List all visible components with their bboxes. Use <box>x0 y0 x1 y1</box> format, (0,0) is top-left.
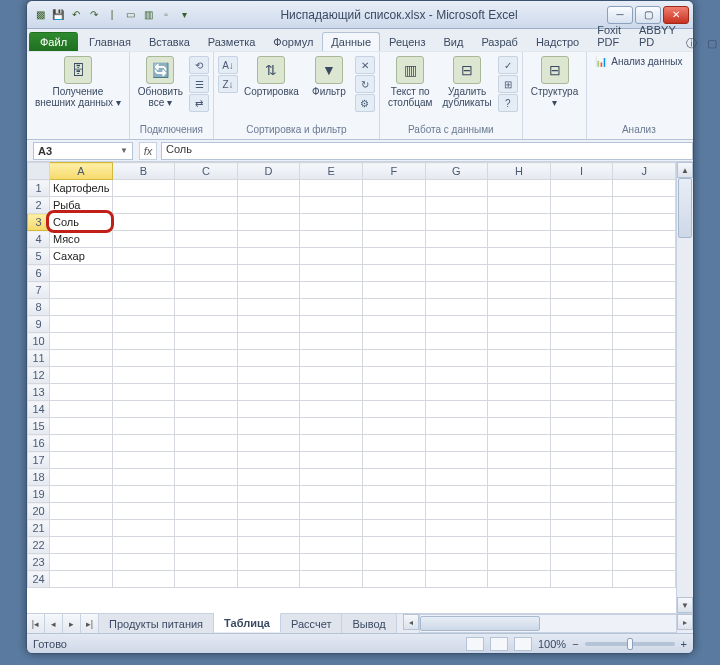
cell-F16[interactable] <box>362 435 425 452</box>
cell-F24[interactable] <box>362 571 425 588</box>
cell-E21[interactable] <box>300 520 363 537</box>
cell-I22[interactable] <box>550 537 613 554</box>
cell-H12[interactable] <box>488 367 551 384</box>
cell-C3[interactable] <box>175 214 238 231</box>
cell-H4[interactable] <box>488 231 551 248</box>
cell-D3[interactable] <box>237 214 300 231</box>
cell-J23[interactable] <box>613 554 676 571</box>
cell-B18[interactable] <box>112 469 175 486</box>
cell-F3[interactable] <box>362 214 425 231</box>
cell-I20[interactable] <box>550 503 613 520</box>
prev-sheet-button[interactable]: ◂ <box>45 614 63 633</box>
cell-A20[interactable] <box>50 503 113 520</box>
cell-A23[interactable] <box>50 554 113 571</box>
row-header-4[interactable]: 4 <box>28 231 50 248</box>
new-icon[interactable]: ▫ <box>159 8 173 22</box>
sort-button[interactable]: ⇅ Сортировка <box>240 54 303 99</box>
cell-C20[interactable] <box>175 503 238 520</box>
cell-G13[interactable] <box>425 384 488 401</box>
cell-G24[interactable] <box>425 571 488 588</box>
cell-B2[interactable] <box>112 197 175 214</box>
cell-I1[interactable] <box>550 180 613 197</box>
cell-B1[interactable] <box>112 180 175 197</box>
cell-A16[interactable] <box>50 435 113 452</box>
tab-abbyy[interactable]: ABBYY PD <box>630 20 685 51</box>
cell-F17[interactable] <box>362 452 425 469</box>
cell-C8[interactable] <box>175 299 238 316</box>
cell-A7[interactable] <box>50 282 113 299</box>
cell-G18[interactable] <box>425 469 488 486</box>
cell-A4[interactable]: Мясо <box>50 231 113 248</box>
cell-B14[interactable] <box>112 401 175 418</box>
cell-H7[interactable] <box>488 282 551 299</box>
cell-D23[interactable] <box>237 554 300 571</box>
cell-H17[interactable] <box>488 452 551 469</box>
sheet-tab-0[interactable]: Продукты питания <box>99 614 214 633</box>
col-header-I[interactable]: I <box>550 163 613 180</box>
cell-J12[interactable] <box>613 367 676 384</box>
cell-C5[interactable] <box>175 248 238 265</box>
cell-E6[interactable] <box>300 265 363 282</box>
cell-H13[interactable] <box>488 384 551 401</box>
validation-icon[interactable]: ✓ <box>498 56 518 74</box>
cell-C18[interactable] <box>175 469 238 486</box>
row-header-1[interactable]: 1 <box>28 180 50 197</box>
cell-B9[interactable] <box>112 316 175 333</box>
cell-G10[interactable] <box>425 333 488 350</box>
col-header-G[interactable]: G <box>425 163 488 180</box>
cell-D2[interactable] <box>237 197 300 214</box>
cell-H5[interactable] <box>488 248 551 265</box>
row-header-20[interactable]: 20 <box>28 503 50 520</box>
advanced-icon[interactable]: ⚙ <box>355 94 375 112</box>
text-to-columns-button[interactable]: ▥ Текст по столбцам <box>384 54 437 110</box>
cell-J7[interactable] <box>613 282 676 299</box>
cell-F9[interactable] <box>362 316 425 333</box>
cell-G2[interactable] <box>425 197 488 214</box>
name-box[interactable]: A3 ▼ <box>33 142 133 160</box>
cell-B20[interactable] <box>112 503 175 520</box>
cell-I15[interactable] <box>550 418 613 435</box>
cell-E18[interactable] <box>300 469 363 486</box>
cell-F5[interactable] <box>362 248 425 265</box>
cell-I10[interactable] <box>550 333 613 350</box>
cell-F1[interactable] <box>362 180 425 197</box>
open-icon[interactable]: ▾ <box>177 8 191 22</box>
cell-A19[interactable] <box>50 486 113 503</box>
cell-I23[interactable] <box>550 554 613 571</box>
minimize-ribbon-icon[interactable]: ▢ <box>705 37 719 50</box>
cell-F19[interactable] <box>362 486 425 503</box>
fx-icon[interactable]: fx <box>139 142 157 160</box>
cell-H18[interactable] <box>488 469 551 486</box>
cell-J19[interactable] <box>613 486 676 503</box>
cell-A14[interactable] <box>50 401 113 418</box>
cell-E3[interactable] <box>300 214 363 231</box>
zoom-thumb[interactable] <box>627 638 633 650</box>
cell-H11[interactable] <box>488 350 551 367</box>
sort-az-icon[interactable]: A↓ <box>218 56 238 74</box>
cell-F21[interactable] <box>362 520 425 537</box>
cell-E22[interactable] <box>300 537 363 554</box>
cell-D22[interactable] <box>237 537 300 554</box>
cell-H10[interactable] <box>488 333 551 350</box>
cell-J21[interactable] <box>613 520 676 537</box>
tab-home[interactable]: Главная <box>80 32 140 51</box>
cell-E24[interactable] <box>300 571 363 588</box>
cell-A11[interactable] <box>50 350 113 367</box>
cell-F22[interactable] <box>362 537 425 554</box>
cell-F23[interactable] <box>362 554 425 571</box>
cell-F8[interactable] <box>362 299 425 316</box>
row-header-22[interactable]: 22 <box>28 537 50 554</box>
cell-I7[interactable] <box>550 282 613 299</box>
select-all-corner[interactable] <box>28 163 50 180</box>
cell-J8[interactable] <box>613 299 676 316</box>
cell-H23[interactable] <box>488 554 551 571</box>
grid[interactable]: ABCDEFGHIJ1Картофель2Рыба3Соль4Мясо5Саха… <box>27 162 676 613</box>
zoom-slider[interactable] <box>585 642 675 646</box>
tab-developer[interactable]: Разраб <box>472 32 527 51</box>
formula-input[interactable]: Соль <box>161 142 693 160</box>
cell-F4[interactable] <box>362 231 425 248</box>
cell-D6[interactable] <box>237 265 300 282</box>
cell-I5[interactable] <box>550 248 613 265</box>
cell-A22[interactable] <box>50 537 113 554</box>
cell-E13[interactable] <box>300 384 363 401</box>
